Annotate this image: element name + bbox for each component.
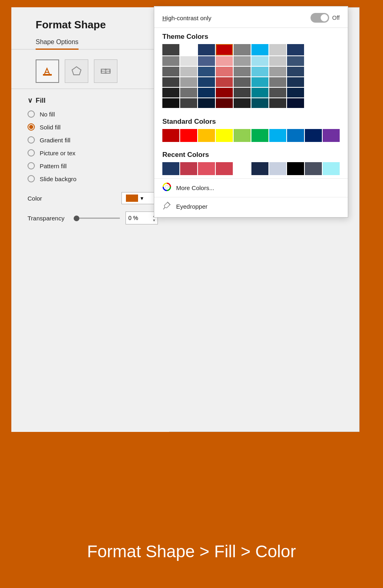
theme-shade-cell[interactable]	[198, 88, 215, 97]
theme-color-cell[interactable]	[180, 44, 197, 55]
standard-color-cell[interactable]	[269, 129, 286, 142]
slide-bg-option[interactable]: Slide backgro	[28, 175, 158, 182]
theme-color-cell[interactable]	[162, 44, 179, 55]
fill-section-header[interactable]: ∨ Fill	[28, 96, 158, 105]
theme-shade-cell[interactable]	[216, 56, 233, 66]
theme-shade-cell[interactable]	[162, 56, 179, 66]
fill-icon-button[interactable]	[36, 59, 59, 83]
theme-shade-cell[interactable]	[216, 67, 233, 76]
theme-shade-cell[interactable]	[180, 77, 197, 87]
theme-shade-cell[interactable]	[287, 88, 304, 97]
theme-shade-cell[interactable]	[269, 67, 286, 76]
theme-shade-cell[interactable]	[251, 56, 268, 66]
transparency-input[interactable]: 0 % ▴▾	[126, 212, 158, 224]
theme-color-cell[interactable]	[287, 44, 304, 55]
solid-fill-option[interactable]: Solid fill	[28, 123, 158, 131]
theme-shade-cell[interactable]	[234, 56, 251, 66]
theme-shade-cell[interactable]	[216, 77, 233, 87]
theme-shade-cell[interactable]	[234, 67, 251, 76]
standard-color-cell[interactable]	[251, 129, 268, 142]
theme-shade-cell[interactable]	[234, 77, 251, 87]
recent-color-cell[interactable]	[180, 162, 197, 175]
transparency-slider[interactable]	[74, 218, 120, 219]
theme-shade-cell[interactable]	[198, 98, 215, 108]
solid-fill-radio[interactable]	[28, 123, 35, 131]
color-picker-dropdown: High-contrast only Off Theme Colors Stan…	[154, 6, 348, 218]
theme-shade-cell[interactable]	[216, 88, 233, 97]
standard-color-cell[interactable]	[234, 129, 251, 142]
eyedropper-label: Eyedropper	[176, 203, 208, 210]
theme-shade-cell[interactable]	[198, 77, 215, 87]
eyedropper-item[interactable]: Eyedropper	[154, 197, 348, 216]
theme-shade-cell[interactable]	[251, 88, 268, 97]
recent-colors-title: Recent Colors	[154, 146, 348, 162]
pattern-fill-radio[interactable]	[28, 162, 35, 169]
theme-shade-cell[interactable]	[180, 56, 197, 66]
theme-shade-row	[162, 77, 340, 87]
theme-shade-cell[interactable]	[287, 98, 304, 108]
toggle-track[interactable]	[311, 13, 329, 23]
theme-shade-cell[interactable]	[198, 67, 215, 76]
recent-color-cell[interactable]	[269, 162, 286, 175]
theme-shade-cell[interactable]	[162, 88, 179, 97]
standard-color-cell[interactable]	[180, 129, 197, 142]
color-button[interactable]: ▾	[121, 192, 158, 204]
theme-shade-cell[interactable]	[269, 88, 286, 97]
theme-shade-cell[interactable]	[251, 77, 268, 87]
theme-shade-cell[interactable]	[234, 98, 251, 108]
picture-fill-radio[interactable]	[28, 149, 35, 157]
theme-shade-cell[interactable]	[251, 67, 268, 76]
theme-shade-cell[interactable]	[287, 56, 304, 66]
no-fill-label: No fill	[40, 111, 55, 118]
recent-color-cell[interactable]	[198, 162, 215, 175]
theme-color-cell[interactable]	[198, 44, 215, 55]
theme-shade-cell[interactable]	[162, 67, 179, 76]
recent-color-cell[interactable]	[234, 162, 251, 175]
recent-color-cell[interactable]	[287, 162, 304, 175]
theme-shade-cell[interactable]	[162, 77, 179, 87]
shape-outline-icon-button[interactable]	[65, 59, 88, 83]
toggle-switch[interactable]: Off	[311, 13, 340, 23]
recent-color-cell[interactable]	[305, 162, 322, 175]
transparency-label: Transparency	[28, 215, 68, 222]
more-colors-item[interactable]: More Colors...	[154, 178, 348, 197]
standard-color-cell[interactable]	[287, 129, 304, 142]
theme-shade-cell[interactable]	[180, 67, 197, 76]
picture-fill-option[interactable]: Picture or tex	[28, 149, 158, 157]
theme-shade-cell[interactable]	[269, 77, 286, 87]
standard-color-cell[interactable]	[198, 129, 215, 142]
standard-color-cell[interactable]	[216, 129, 233, 142]
standard-color-cell[interactable]	[162, 129, 179, 142]
pattern-fill-option[interactable]: Pattern fill	[28, 162, 158, 169]
standard-color-cell[interactable]	[305, 129, 322, 142]
slide-bg-radio[interactable]	[28, 175, 35, 182]
standard-color-cell[interactable]	[323, 129, 340, 142]
theme-color-cell[interactable]	[251, 44, 268, 55]
theme-shade-cell[interactable]	[251, 98, 268, 108]
recent-color-cell[interactable]	[216, 162, 233, 175]
theme-shade-cell[interactable]	[180, 88, 197, 97]
recent-color-cell[interactable]	[323, 162, 340, 175]
theme-shade-cell[interactable]	[234, 88, 251, 97]
paint-bucket-icon	[41, 65, 53, 77]
theme-shade-cell[interactable]	[216, 98, 233, 108]
slider-thumb	[74, 216, 79, 221]
theme-shade-cell[interactable]	[287, 77, 304, 87]
size-position-icon-button[interactable]	[94, 59, 117, 83]
no-fill-radio[interactable]	[28, 110, 35, 118]
theme-shade-cell[interactable]	[198, 56, 215, 66]
theme-shade-cell[interactable]	[269, 56, 286, 66]
theme-color-cell[interactable]	[234, 44, 251, 55]
no-fill-option[interactable]: No fill	[28, 110, 158, 118]
theme-shade-cell[interactable]	[180, 98, 197, 108]
tab-shape-options[interactable]: Shape Options	[36, 35, 79, 49]
recent-color-cell[interactable]	[251, 162, 268, 175]
recent-color-cell[interactable]	[162, 162, 179, 175]
theme-shade-cell[interactable]	[287, 67, 304, 76]
gradient-fill-option[interactable]: Gradient fill	[28, 136, 158, 144]
theme-shade-cell[interactable]	[269, 98, 286, 108]
gradient-fill-radio[interactable]	[28, 136, 35, 144]
theme-color-cell[interactable]	[269, 44, 286, 55]
theme-color-cell[interactable]	[216, 44, 233, 55]
theme-shade-cell[interactable]	[162, 98, 179, 108]
